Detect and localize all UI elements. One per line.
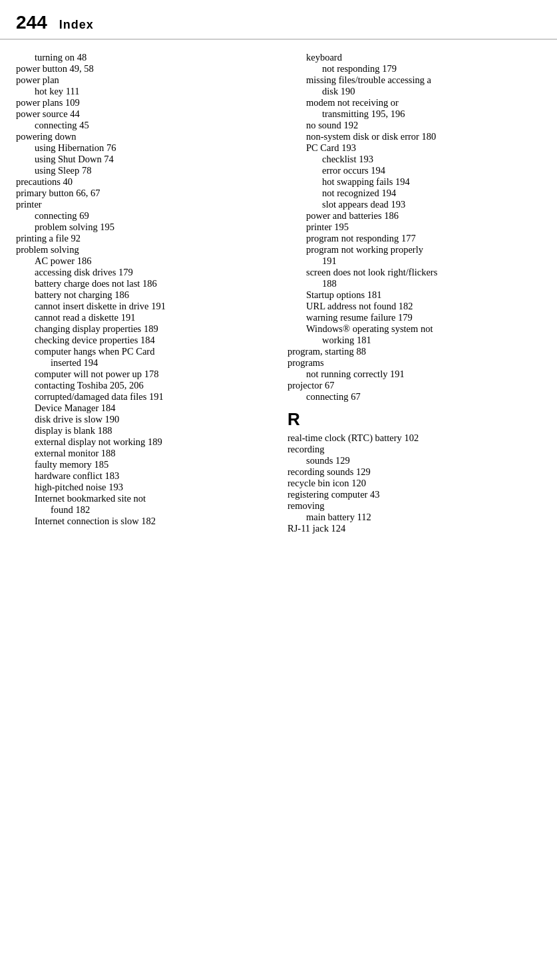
index-entry-sub: corrupted/damaged data files 191 (16, 391, 269, 403)
index-entry-subsub: not recognized 194 (287, 188, 541, 199)
index-entry-sub: using Sleep 78 (16, 165, 269, 176)
index-entry-main: program, starting 88 (287, 346, 541, 357)
index-entry-main: programs (287, 357, 541, 369)
index-entry-main: power plan (16, 75, 269, 86)
index-entry-main: projector 67 (287, 380, 541, 391)
index-entry-sub: Startup options 181 (287, 289, 541, 301)
index-entry-subsub: hot swapping fails 194 (287, 176, 541, 188)
index-entry-sub: power and batteries 186 (287, 210, 541, 222)
index-entry-sub: high-pitched noise 193 (16, 482, 269, 493)
index-entry-main: RJ-11 jack 124 (287, 523, 541, 534)
index-entry-sub: external display not working 189 (16, 436, 269, 448)
index-entry-sub: PC Card 193 (287, 142, 541, 154)
index-entry-main: printer (16, 199, 269, 210)
page-title: Index (59, 18, 94, 32)
index-entry-sub: computer hangs when PC Card (16, 346, 269, 357)
index-entry-sub: problem solving 195 (16, 222, 269, 233)
index-entry-sub: URL address not found 182 (287, 301, 541, 312)
index-entry-sub: display is blank 188 (16, 425, 269, 436)
index-entry-sub: using Shut Down 74 (16, 154, 269, 165)
index-entry-sub: faulty memory 185 (16, 459, 269, 470)
index-entry-sub: connecting 67 (287, 391, 541, 403)
index-entry-sub: battery charge does not last 186 (16, 278, 269, 289)
index-entry-subsub: found 182 (16, 504, 269, 516)
index-entry-subsub: error occurs 194 (287, 165, 541, 176)
index-entry-sub: using Hibernation 76 (16, 142, 269, 154)
index-entry-subsub: working 181 (287, 335, 541, 346)
index-entry-sub: program not responding 177 (287, 233, 541, 244)
index-entry-sub: warning resume failure 179 (287, 312, 541, 323)
index-entry-main: recording sounds 129 (287, 466, 541, 478)
right-column: keyboardnot responding 179missing files/… (279, 52, 557, 534)
index-entry-sub: Internet bookmarked site not (16, 493, 269, 504)
index-entry-sub: changing display properties 189 (16, 323, 269, 335)
index-entry-main: power button 49, 58 (16, 63, 269, 75)
index-entry-subsub: transmitting 195, 196 (287, 108, 541, 120)
page-header: 244 Index (0, 0, 557, 40)
index-entry-sub: AC power 186 (16, 255, 269, 267)
page-number: 244 (16, 12, 47, 33)
index-entry-subsub: inserted 194 (16, 357, 269, 369)
index-entry-subsub: 188 (287, 278, 541, 289)
index-entry-sub: battery not charging 186 (16, 289, 269, 301)
index-entry-main: problem solving (16, 244, 269, 255)
index-entry-sub: turning on 48 (16, 52, 269, 63)
index-entry-main: power plans 109 (16, 97, 269, 108)
index-entry-sub: not running correctly 191 (287, 369, 541, 380)
index-entry-sub: no sound 192 (287, 120, 541, 131)
index-entry-main: precautions 40 (16, 176, 269, 188)
index-entry-sub: Internet connection is slow 182 (16, 516, 269, 527)
content-area: turning on 48power button 49, 58power pl… (0, 40, 557, 546)
index-entry-sub: hardware conflict 183 (16, 470, 269, 482)
index-entry-main: recycle bin icon 120 (287, 478, 541, 489)
index-entry-sub: cannot insert diskette in drive 191 (16, 301, 269, 312)
index-entry-sub: sounds 129 (287, 455, 541, 466)
index-entry-subsub: 191 (287, 255, 541, 267)
index-entry-main: recording (287, 444, 541, 455)
index-entry-sub: hot key 111 (16, 86, 269, 97)
index-entry-sub: printer 195 (287, 222, 541, 233)
index-entry-subsub: disk 190 (287, 86, 541, 97)
index-entry-main: registering computer 43 (287, 489, 541, 500)
left-column: turning on 48power button 49, 58power pl… (0, 52, 279, 534)
index-entry-sub: keyboard (287, 52, 541, 63)
section-letter: R (287, 409, 541, 430)
index-entry-sub: main battery 112 (287, 512, 541, 523)
index-entry-main: printing a file 92 (16, 233, 269, 244)
index-entry-sub: cannot read a diskette 191 (16, 312, 269, 323)
index-entry-subsub: slot appears dead 193 (287, 199, 541, 210)
index-entry-sub: disk drive is slow 190 (16, 414, 269, 425)
index-entry-sub: contacting Toshiba 205, 206 (16, 380, 269, 391)
index-entry-sub: modem not receiving or (287, 97, 541, 108)
index-entry-sub: non-system disk or disk error 180 (287, 131, 541, 142)
index-entry-sub: computer will not power up 178 (16, 369, 269, 380)
index-entry-sub: Windows® operating system not (287, 323, 541, 335)
index-entry-subsub: checklist 193 (287, 154, 541, 165)
index-entry-sub: missing files/trouble accessing a (287, 75, 541, 86)
index-entry-sub: screen does not look right/flickers (287, 267, 541, 278)
index-entry-sub: connecting 69 (16, 210, 269, 222)
index-entry-main: removing (287, 500, 541, 512)
index-entry-sub: program not working properly (287, 244, 541, 255)
index-entry-main: primary button 66, 67 (16, 188, 269, 199)
index-entry-main: powering down (16, 131, 269, 142)
index-entry-subsub: not responding 179 (287, 63, 541, 75)
index-entry-main: power source 44 (16, 108, 269, 120)
index-entry-sub: external monitor 188 (16, 448, 269, 459)
index-entry-sub: Device Manager 184 (16, 403, 269, 414)
index-entry-main: real-time clock (RTC) battery 102 (287, 432, 541, 444)
index-entry-sub: connecting 45 (16, 120, 269, 131)
index-entry-sub: checking device properties 184 (16, 335, 269, 346)
index-entry-sub: accessing disk drives 179 (16, 267, 269, 278)
